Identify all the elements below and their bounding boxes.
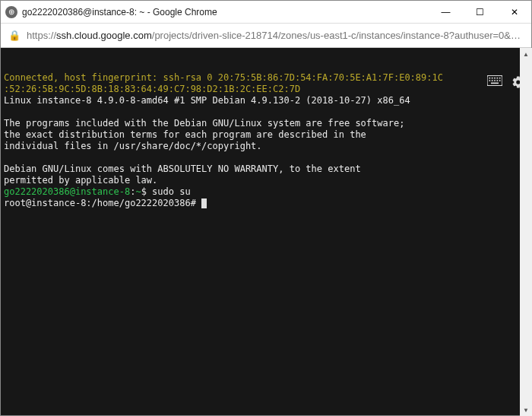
svg-rect-5 <box>499 78 501 79</box>
svg-rect-4 <box>497 78 499 79</box>
svg-rect-7 <box>492 80 493 81</box>
kernel-line: Linux instance-8 4.9.0-8-amd64 #1 SMP De… <box>4 95 410 106</box>
prompt-path: ~ <box>135 186 141 197</box>
window-title: go2222020386@instance-8: ~ - Google Chro… <box>22 7 429 17</box>
url-host: ssh.cloud.google.com <box>56 30 152 41</box>
keyboard-icon[interactable] <box>487 52 501 65</box>
motd-line-4: Debian GNU/Linux comes with ABSOLUTELY N… <box>4 164 361 174</box>
cursor <box>201 198 207 208</box>
url-scheme: https:// <box>27 30 56 41</box>
motd-line-2: the exact distribution terms for each pr… <box>4 129 366 140</box>
maximize-button[interactable]: ☐ <box>463 1 497 23</box>
lock-icon[interactable]: 🔒 <box>8 30 21 41</box>
scroll-up-button[interactable]: ▲ <box>520 48 532 60</box>
motd-line-3: individual files in /usr/share/doc/*/cop… <box>4 141 262 151</box>
fingerprint-line-2: :52:26:5B:9C:5D:8B:18:83:64:49:C7:98:D2:… <box>4 84 300 94</box>
scroll-track[interactable] <box>520 60 532 404</box>
svg-rect-10 <box>499 80 501 81</box>
svg-rect-2 <box>492 78 493 79</box>
close-button[interactable]: ✕ <box>497 1 531 23</box>
command-text: sudo su <box>152 186 191 197</box>
svg-rect-1 <box>489 78 491 79</box>
svg-rect-8 <box>494 80 496 81</box>
root-prompt: root@instance-8:/home/go2222020386# <box>4 198 201 208</box>
prompt-line-1: go2222020386@instance-8:~$ sudo su <box>4 186 191 197</box>
svg-rect-11 <box>491 83 499 84</box>
prompt-suffix: $ <box>141 186 152 197</box>
scrollbar[interactable]: ▲ ▼ <box>520 48 532 416</box>
scroll-down-button[interactable]: ▼ <box>520 404 532 416</box>
minimize-button[interactable]: — <box>429 1 463 23</box>
svg-rect-9 <box>497 80 499 81</box>
prompt-user: go2222020386@instance-8 <box>4 186 130 197</box>
url-display[interactable]: https://ssh.cloud.google.com/projects/dr… <box>27 30 524 41</box>
svg-rect-6 <box>489 80 491 81</box>
prompt-line-2: root@instance-8:/home/go2222020386# <box>4 198 207 208</box>
svg-rect-3 <box>494 78 496 79</box>
url-path: /projects/driven-slice-218714/zones/us-e… <box>152 30 524 41</box>
terminal-output[interactable]: Connected, host fingerprint: ssh-rsa 0 2… <box>1 48 531 415</box>
motd-line-5: permitted by applicable law. <box>4 175 157 186</box>
fingerprint-line-1: Connected, host fingerprint: ssh-rsa 0 2… <box>4 72 443 83</box>
site-favicon: ⊕ <box>5 6 17 18</box>
motd-line-1: The programs included with the Debian GN… <box>4 118 404 129</box>
